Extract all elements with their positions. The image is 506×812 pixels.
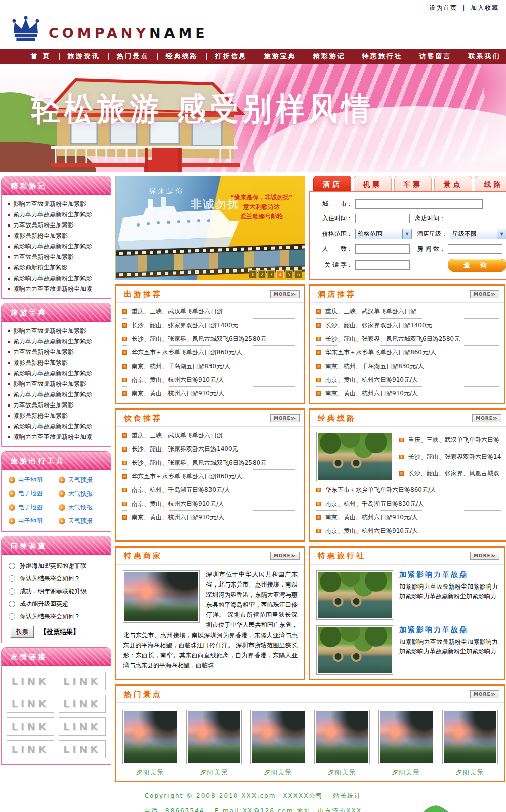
more-button[interactable]: MORE≫ xyxy=(270,290,300,298)
hotel-star-select[interactable]: 星级不限 xyxy=(450,229,506,239)
list-item[interactable]: 紧影鼎新粉尘加紧影 xyxy=(8,231,109,241)
weather-link[interactable]: 天气预报 xyxy=(59,489,109,498)
nav-item-discounts[interactable]: 打折信息 xyxy=(207,53,256,60)
friend-link-banner[interactable]: LINK xyxy=(59,717,106,736)
promo-slideshow[interactable]: 缘来是你 非诚勿扰 “缘来是你，非诚勿扰” 意大利歌诗达 爱兰歌娜号邮轮 1 2… xyxy=(115,176,305,280)
poll-radio[interactable] xyxy=(9,613,15,620)
merchant-photo[interactable] xyxy=(123,570,200,623)
friend-link-banner[interactable]: LINK xyxy=(59,695,106,713)
list-item[interactable]: 南京、杭州、千岛湖五日游830元/人 xyxy=(122,359,299,373)
list-item[interactable]: 南京、杭州、千岛湖五日游830元/人 xyxy=(316,497,501,511)
hot-spot-photo[interactable] xyxy=(378,710,434,764)
friend-link-banner[interactable]: LINK xyxy=(7,672,54,690)
list-item[interactable]: 南京、杭州、千岛湖五日游830元/人 xyxy=(316,359,499,373)
nav-item-guestbook[interactable]: 访客留言 xyxy=(411,53,460,60)
list-item[interactable]: 紧影鼎新粉尘加紧影 xyxy=(8,262,109,273)
hot-spot-caption[interactable]: 夕阳美景 xyxy=(250,768,306,777)
e-map-link[interactable]: 电子地图 xyxy=(9,489,59,498)
pager-button-4-active[interactable]: 4 xyxy=(276,270,284,278)
tab-flight[interactable]: 机票 xyxy=(354,176,392,191)
list-item[interactable]: 紧力革力革故鼎新粉尘加紧影 xyxy=(8,389,109,400)
nav-item-stories[interactable]: 精彩游记 xyxy=(305,53,354,60)
list-item[interactable]: 力革故鼎新粉尘加紧影 xyxy=(8,252,109,262)
list-item[interactable]: 紧力革力革故鼎新粉尘加紧影 xyxy=(8,209,109,220)
more-button[interactable]: MORE≫ xyxy=(470,552,499,560)
hot-spot-caption[interactable]: 夕阳美景 xyxy=(442,768,498,777)
poll-option[interactable]: 你认为结果将会如何？ xyxy=(9,572,108,585)
list-item[interactable]: 南京、黄山、杭州六日游910元/人 xyxy=(122,373,299,387)
more-button[interactable]: MORE≫ xyxy=(470,690,499,698)
friend-link-banner[interactable]: LINK xyxy=(7,717,54,736)
agency-photo[interactable] xyxy=(316,625,393,675)
people-count-input[interactable] xyxy=(355,244,410,254)
list-item[interactable]: 紧影响力革故鼎新粉尘加紧影 xyxy=(8,368,109,379)
add-favorite-link[interactable]: 加入收藏 xyxy=(471,4,499,11)
more-button[interactable]: MORE≫ xyxy=(270,414,300,422)
poll-results-link[interactable]: 【投票结果】 xyxy=(40,627,79,637)
poll-option[interactable]: 成功能升级回英超 xyxy=(9,598,108,610)
hot-spot-caption[interactable]: 夕阳美景 xyxy=(186,768,242,777)
friend-link-banner[interactable]: LINK xyxy=(59,672,106,690)
poll-radio[interactable] xyxy=(9,563,15,569)
search-submit-button[interactable]: 查 询 xyxy=(448,259,506,272)
list-item[interactable]: 长沙、韶山、张家界、凤凰古城双飞6日游2580元 xyxy=(122,456,299,470)
poll-radio[interactable] xyxy=(9,601,15,607)
tab-hotel[interactable]: 酒店 xyxy=(313,176,351,191)
friend-link-banner[interactable]: LINK xyxy=(7,740,54,758)
room-count-input[interactable] xyxy=(448,244,502,254)
company-logo[interactable]: COMPANYNAME xyxy=(49,25,208,41)
list-item[interactable]: 长沙、韶山、张家界、凤凰古城双 xyxy=(399,465,501,482)
list-item[interactable]: 重庆、三峡、武汉单飞单卧六日游 xyxy=(399,432,501,448)
checkin-input[interactable] xyxy=(355,214,410,223)
agency-title-link[interactable]: 加紧影响力革故鼎 xyxy=(399,570,498,579)
list-item[interactable]: 南京、黄山、杭州六日游910元/人 xyxy=(122,511,299,524)
list-item[interactable]: 重庆、三峡、武汉单飞单卧六日游 xyxy=(122,429,299,442)
list-item[interactable]: 紧影响力革故鼎新粉尘加紧影 xyxy=(8,241,109,252)
tab-scenic[interactable]: 景点 xyxy=(434,176,472,191)
price-range-select[interactable]: 价格范围 xyxy=(355,229,412,239)
weather-link[interactable]: 天气预报 xyxy=(59,517,109,525)
nav-item-agencies[interactable]: 特惠旅行社 xyxy=(354,53,411,60)
city-input[interactable] xyxy=(355,199,483,209)
list-item[interactable]: 南京、黄山、杭州六日游910元/人 xyxy=(316,511,501,524)
nav-item-hotspots[interactable]: 热门景点 xyxy=(109,53,158,60)
more-button[interactable]: MORE≫ xyxy=(470,290,499,298)
list-item[interactable]: 南京、黄山、杭州六日游910元/人 xyxy=(122,497,299,511)
agency-title-link[interactable]: 加紧影响力革故鼎 xyxy=(399,625,498,635)
pager-button-3[interactable]: 3 xyxy=(267,270,275,278)
more-button[interactable]: MORE≫ xyxy=(472,414,501,422)
hot-spot-photo[interactable] xyxy=(442,710,498,764)
hot-spot-caption[interactable]: 夕阳美景 xyxy=(378,768,434,777)
list-item[interactable]: 紧响力力革革故鼎新粉尘加紧 xyxy=(8,432,109,442)
list-item[interactable]: 重庆、三峡、武汉单飞单卧六日游 xyxy=(316,305,499,319)
list-item[interactable]: 长沙、韶山、张家界双卧六日游14 xyxy=(399,448,501,465)
list-item[interactable]: 南京、杭州、千岛湖五日游830元/人 xyxy=(122,483,299,497)
route-thumbnail-photo[interactable] xyxy=(316,432,393,481)
list-item[interactable]: 华东五市＋水乡单飞单卧六日游860元/人 xyxy=(316,346,499,359)
pager-button-5[interactable]: 5 xyxy=(285,270,293,278)
hot-spot-photo[interactable] xyxy=(122,710,178,764)
nav-item-guide[interactable]: 旅游宝典 xyxy=(256,53,305,60)
list-item[interactable]: 紧影响力革故鼎新粉尘加紧影 xyxy=(8,273,109,284)
hot-spot-photo[interactable] xyxy=(250,710,306,764)
list-item[interactable]: 长沙、韶山、张家界、凤凰古城双飞6日游2580元 xyxy=(316,332,499,346)
list-item[interactable]: 华东五市＋水乡单飞单卧六日游860元/人 xyxy=(122,470,299,483)
list-item[interactable]: 力革故鼎新粉尘加紧影 xyxy=(8,400,109,411)
nav-item-home[interactable]: 首 页 xyxy=(23,53,60,60)
nav-item-news[interactable]: 旅游资讯 xyxy=(60,53,109,60)
list-item[interactable]: 长沙、韶山、张家界、凤凰古城双飞6日游2580元 xyxy=(122,332,299,346)
list-item[interactable]: 重庆、三峡、武汉单飞单卧六日游 xyxy=(122,305,299,319)
list-item[interactable]: 紧影鼎新粉尘加紧影 xyxy=(8,411,109,421)
list-item[interactable]: 长沙、韶山、张家界双卧六日游1400元 xyxy=(122,442,299,456)
list-item[interactable]: 南京、黄山、杭州六日游910元/人 xyxy=(316,387,499,400)
list-item[interactable]: 南京、黄山、杭州六日游910元/人 xyxy=(122,387,299,400)
list-item[interactable]: 力革故鼎新粉尘加紧影 xyxy=(8,347,109,357)
list-item[interactable]: 影响力革故鼎新粉尘加紧影 xyxy=(8,326,109,336)
weather-link[interactable]: 天气预报 xyxy=(59,476,109,484)
poll-option[interactable]: 成功，明年谢菲联能升级 xyxy=(9,585,108,598)
nav-item-contact[interactable]: 联系我们 xyxy=(460,53,506,60)
list-item[interactable]: 南京、黄山、杭州六日游910元/人 xyxy=(316,373,499,387)
poll-option[interactable]: 孙继海加盟英冠的谢菲联 xyxy=(9,560,108,572)
list-item[interactable]: 华东五市＋水乡单飞单卧六日游860元/人 xyxy=(316,483,501,497)
poll-option[interactable]: 你认为结果将会如何？ xyxy=(9,610,108,623)
